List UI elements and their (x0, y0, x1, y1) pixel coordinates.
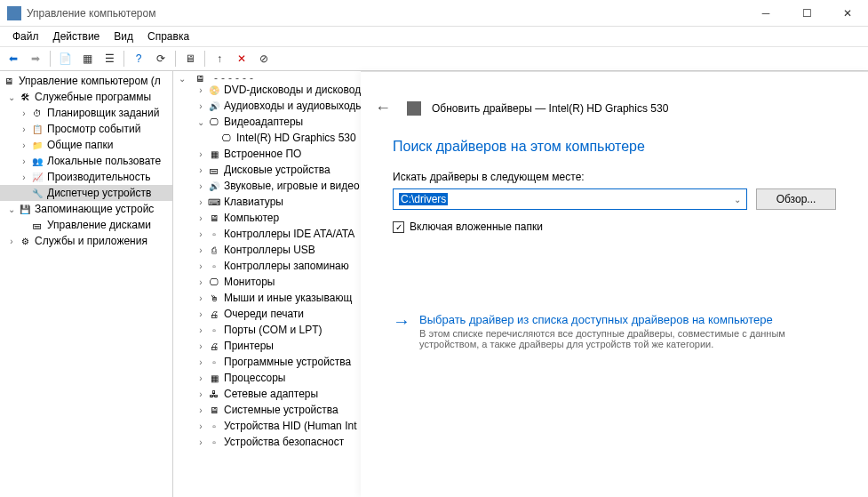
expand-icon[interactable]: › (195, 101, 207, 111)
update-button[interactable]: ↑ (210, 49, 229, 68)
expand-icon[interactable]: › (18, 108, 30, 118)
window-title: Управление компьютером (27, 7, 745, 20)
option-desc: В этом списке перечисляются все доступны… (419, 328, 836, 349)
clock-icon (30, 106, 44, 120)
menu-view[interactable]: Вид (107, 28, 140, 44)
controller-icon (207, 259, 221, 273)
expand-icon[interactable]: › (18, 156, 30, 166)
help-button[interactable]: ? (129, 49, 148, 68)
expand-icon[interactable]: › (195, 261, 207, 271)
expand-icon[interactable]: › (18, 172, 30, 182)
service-icon (18, 234, 32, 248)
menu-file[interactable]: Файл (5, 28, 46, 44)
expand-icon[interactable]: › (195, 181, 207, 191)
keyboard-icon (207, 195, 221, 209)
expand-icon[interactable]: › (195, 421, 207, 431)
users-icon (30, 154, 44, 168)
tree-shared-folders[interactable]: › Общие папки (0, 137, 172, 153)
tree-event-viewer[interactable]: › Просмотр событий (0, 121, 172, 137)
expand-icon[interactable]: › (195, 165, 207, 175)
disable-button[interactable]: ✕ (232, 49, 251, 68)
expand-icon[interactable]: › (195, 85, 207, 95)
usb-icon (207, 243, 221, 257)
back-arrow-icon[interactable]: ← (375, 99, 396, 117)
menu-help[interactable]: Справка (140, 28, 196, 44)
dialog-heading: Поиск драйверов на этом компьютере (361, 135, 868, 171)
sound-icon (207, 99, 221, 113)
collapse-icon[interactable]: ⌄ (5, 92, 18, 102)
dvd-icon (207, 83, 221, 97)
list-button[interactable]: ☰ (100, 49, 119, 68)
performance-icon (30, 170, 44, 184)
system-icon (207, 403, 221, 417)
computer-icon (207, 211, 221, 225)
expand-icon[interactable]: › (195, 277, 207, 287)
arrow-right-icon: → (393, 313, 410, 349)
expand-icon[interactable]: › (195, 229, 207, 239)
hdd-icon (207, 163, 221, 177)
tree-storage[interactable]: ⌄ Запоминающие устройс (0, 201, 172, 217)
expand-icon[interactable]: › (5, 236, 18, 246)
expand-icon[interactable]: › (195, 197, 207, 207)
update-driver-dialog: ← Обновить драйверы — Intel(R) HD Graphi… (361, 71, 868, 497)
display-icon (207, 115, 221, 129)
disk-icon (30, 218, 44, 232)
hid-icon (207, 419, 221, 433)
printer-icon (207, 339, 221, 353)
folder-icon (30, 138, 44, 152)
chevron-down-icon[interactable]: ⌄ (734, 195, 741, 204)
expand-icon[interactable]: › (195, 245, 207, 255)
uninstall-button[interactable]: ⊘ (254, 49, 274, 68)
mouse-icon (207, 291, 221, 305)
tree-disk-mgmt[interactable]: Управление дисками (0, 217, 172, 233)
minimize-button[interactable]: ─ (745, 0, 786, 27)
collapse-icon[interactable]: ⌄ (5, 204, 18, 214)
expand-icon[interactable]: › (195, 293, 207, 303)
browse-button[interactable]: Обзор... (756, 188, 836, 210)
dialog-title: Обновить драйверы — Intel(R) HD Graphics… (432, 102, 668, 115)
collapse-icon[interactable]: ⌄ (179, 74, 186, 84)
back-button[interactable]: ⬅ (4, 49, 23, 68)
expand-icon[interactable]: › (195, 373, 207, 383)
tree-root[interactable]: Управление компьютером (л (0, 73, 172, 89)
chip-icon (207, 147, 221, 161)
scan-button[interactable]: 🖥 (180, 49, 200, 68)
expand-icon[interactable]: › (195, 389, 207, 399)
tools-icon (18, 90, 32, 104)
tree-device-manager[interactable]: Диспетчер устройств (0, 185, 172, 201)
search-label: Искать драйверы в следующем месте: (393, 171, 836, 183)
up-button[interactable]: 📄 (55, 49, 75, 68)
security-icon (207, 435, 221, 449)
expand-icon[interactable]: › (195, 341, 207, 351)
tree-services-tools[interactable]: ⌄ Служебные программы (0, 89, 172, 105)
port-icon (207, 323, 221, 337)
tree-performance[interactable]: › Производительность (0, 169, 172, 185)
properties-button[interactable]: ▦ (77, 49, 97, 68)
software-icon (207, 355, 221, 369)
menu-action[interactable]: Действие (46, 28, 108, 44)
expand-icon[interactable]: › (195, 309, 207, 319)
maximize-button[interactable]: ☐ (786, 0, 827, 27)
expand-icon[interactable]: › (18, 140, 30, 150)
expand-icon[interactable]: › (195, 149, 207, 159)
expand-icon[interactable]: › (195, 325, 207, 335)
path-combobox[interactable]: C:\drivers ⌄ (393, 188, 747, 210)
device-icon (30, 186, 44, 200)
expand-icon[interactable]: › (18, 124, 30, 134)
tree-local-users[interactable]: › Локальные пользовате (0, 153, 172, 169)
display-icon (219, 131, 234, 145)
monitor-icon (207, 275, 221, 289)
tree-services-apps[interactable]: › Службы и приложения (0, 233, 172, 249)
include-subfolders-checkbox[interactable]: ✓ Включая вложенные папки (393, 220, 836, 233)
cpu-icon (207, 371, 221, 385)
expand-icon[interactable]: › (195, 213, 207, 223)
expand-icon[interactable]: › (195, 405, 207, 415)
expand-icon[interactable]: › (195, 437, 207, 447)
forward-button[interactable]: ➡ (26, 49, 45, 68)
expand-icon[interactable]: › (195, 357, 207, 367)
tree-task-scheduler[interactable]: › Планировщик заданий (0, 105, 172, 121)
close-button[interactable]: ✕ (827, 0, 868, 27)
collapse-icon[interactable]: ⌄ (195, 117, 207, 127)
pick-from-list-link[interactable]: → Выбрать драйвер из списка доступных др… (361, 304, 868, 358)
refresh-button[interactable]: ⟳ (151, 49, 171, 68)
